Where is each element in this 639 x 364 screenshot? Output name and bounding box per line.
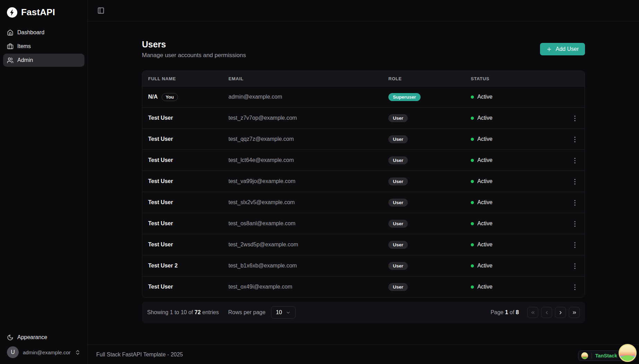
users-table: FULL NAME EMAIL ROLE STATUS N/A You admi… bbox=[142, 71, 585, 298]
divider bbox=[592, 353, 592, 358]
table-row: Test User test_ox49i@example.com User Ac… bbox=[142, 276, 585, 297]
sidebar-item-items[interactable]: Items bbox=[3, 40, 84, 53]
table-body: N/A You admin@example.com Superuser Acti… bbox=[142, 86, 585, 297]
content: Users Manage user accounts and permissio… bbox=[88, 21, 639, 345]
topbar bbox=[88, 0, 639, 21]
cell-status: Active bbox=[465, 263, 565, 269]
avatar: U bbox=[7, 346, 19, 358]
next-page-button[interactable] bbox=[555, 307, 566, 318]
users-icon bbox=[7, 57, 14, 64]
cell-full-name: Test User bbox=[142, 199, 223, 206]
app-title: FastAPI bbox=[21, 7, 55, 18]
cell-email: test_va99jo@example.com bbox=[223, 178, 382, 184]
you-badge: You bbox=[162, 93, 178, 101]
table-row: Test User test_qqz7z@example.com User Ac… bbox=[142, 128, 585, 149]
rows-per-page-select[interactable]: 10 bbox=[271, 306, 296, 319]
role-badge: User bbox=[388, 262, 408, 270]
add-user-button[interactable]: Add User bbox=[540, 43, 585, 55]
sidebar-bottom: Appearance U admin@example.com bbox=[0, 331, 88, 364]
status-text: Active bbox=[477, 242, 493, 248]
user-menu-button[interactable]: U admin@example.com bbox=[3, 344, 84, 361]
row-menu-button[interactable]: ⋮ bbox=[569, 112, 581, 124]
cell-status: Active bbox=[465, 115, 565, 121]
status-dot-icon bbox=[471, 95, 474, 99]
column-header-status: STATUS bbox=[465, 76, 565, 81]
first-page-button[interactable] bbox=[527, 307, 538, 318]
sidebar-toggle-button[interactable] bbox=[95, 5, 107, 17]
appearance-label: Appearance bbox=[17, 334, 47, 340]
row-menu-button[interactable]: ⋮ bbox=[569, 239, 581, 251]
role-badge: User bbox=[388, 135, 408, 143]
status-text: Active bbox=[477, 284, 493, 290]
table-header-row: FULL NAME EMAIL ROLE STATUS bbox=[142, 71, 585, 86]
cell-status: Active bbox=[465, 94, 565, 100]
row-menu-button[interactable]: ⋮ bbox=[569, 218, 581, 229]
prev-page-button[interactable] bbox=[541, 307, 552, 318]
cell-role: User bbox=[382, 135, 465, 143]
cell-status: Active bbox=[465, 178, 565, 184]
table-row: Test User test_os8anl@example.com User A… bbox=[142, 213, 585, 234]
column-header-full-name: FULL NAME bbox=[142, 76, 223, 81]
full-name-text: Test User bbox=[148, 178, 173, 184]
cell-status: Active bbox=[465, 136, 565, 142]
pagination-bar: Showing 1 to 10 of 72 entries Rows per p… bbox=[142, 302, 585, 323]
sidebar-item-label: Items bbox=[17, 43, 31, 49]
full-name-text: Test User bbox=[148, 242, 173, 248]
chevron-left-icon bbox=[544, 310, 549, 315]
status-text: Active bbox=[477, 178, 493, 184]
status-dot-icon bbox=[471, 264, 474, 267]
cell-actions: ⋮ bbox=[565, 239, 585, 251]
role-badge: User bbox=[388, 114, 408, 122]
status-dot-icon bbox=[471, 243, 474, 246]
moon-icon bbox=[7, 334, 14, 341]
tanstack-label: TanStack bbox=[595, 353, 617, 358]
tanstack-logo-button[interactable] bbox=[619, 344, 637, 362]
status-dot-icon bbox=[471, 285, 474, 289]
cell-actions: ⋮ bbox=[565, 175, 585, 187]
cell-actions: ⋮ bbox=[565, 281, 585, 293]
cell-email: test_ox49i@example.com bbox=[223, 284, 382, 290]
footer-text: Full Stack FastAPI Template - 2025 bbox=[96, 352, 183, 358]
current-page: 1 bbox=[505, 309, 508, 315]
last-page-button[interactable] bbox=[569, 307, 580, 318]
cell-email: test_b1x6xb@example.com bbox=[223, 263, 382, 269]
total-entries: 72 bbox=[195, 309, 201, 315]
status-dot-icon bbox=[471, 222, 474, 225]
cell-full-name: Test User bbox=[142, 178, 223, 184]
page-indicator: Page 1 of 8 bbox=[490, 309, 519, 316]
cell-full-name: N/A You bbox=[142, 93, 223, 101]
cell-email: test_qqz7z@example.com bbox=[223, 136, 382, 142]
table-row: Test User test_va99jo@example.com User A… bbox=[142, 171, 585, 192]
full-name-text: Test User bbox=[148, 220, 173, 227]
cell-full-name: Test User bbox=[142, 115, 223, 121]
row-menu-button[interactable]: ⋮ bbox=[569, 175, 581, 187]
appearance-button[interactable]: Appearance bbox=[3, 331, 84, 344]
chevrons-up-down-icon bbox=[75, 349, 81, 355]
sidebar-item-label: Dashboard bbox=[17, 29, 44, 36]
cell-full-name: Test User bbox=[142, 284, 223, 290]
row-menu-button[interactable]: ⋮ bbox=[569, 133, 581, 145]
cell-role: User bbox=[382, 241, 465, 249]
cell-role: User bbox=[382, 283, 465, 291]
rows-per-page-value: 10 bbox=[276, 309, 282, 316]
status-text: Active bbox=[477, 157, 493, 163]
cell-status: Active bbox=[465, 157, 565, 163]
add-user-label: Add User bbox=[556, 46, 579, 52]
chevron-down-icon bbox=[286, 310, 291, 315]
role-badge: User bbox=[388, 199, 408, 207]
sidebar-item-admin[interactable]: Admin bbox=[3, 54, 84, 67]
full-name-text: Test User bbox=[148, 115, 173, 121]
row-menu-button[interactable]: ⋮ bbox=[569, 260, 581, 272]
table-row: Test User test_slx2v5@example.com User A… bbox=[142, 192, 585, 213]
row-menu-button[interactable]: ⋮ bbox=[569, 281, 581, 293]
status-dot-icon bbox=[471, 138, 474, 141]
row-menu-button[interactable]: ⋮ bbox=[569, 154, 581, 166]
cell-email: test_z7v7op@example.com bbox=[223, 115, 382, 121]
cell-status: Active bbox=[465, 220, 565, 227]
column-header-role: ROLE bbox=[382, 76, 465, 81]
cell-full-name: Test User bbox=[142, 242, 223, 248]
table-row: Test User test_z7v7op@example.com User A… bbox=[142, 107, 585, 128]
sidebar-item-dashboard[interactable]: Dashboard bbox=[3, 26, 84, 39]
status-text: Active bbox=[477, 199, 493, 206]
row-menu-button[interactable]: ⋮ bbox=[569, 197, 581, 208]
